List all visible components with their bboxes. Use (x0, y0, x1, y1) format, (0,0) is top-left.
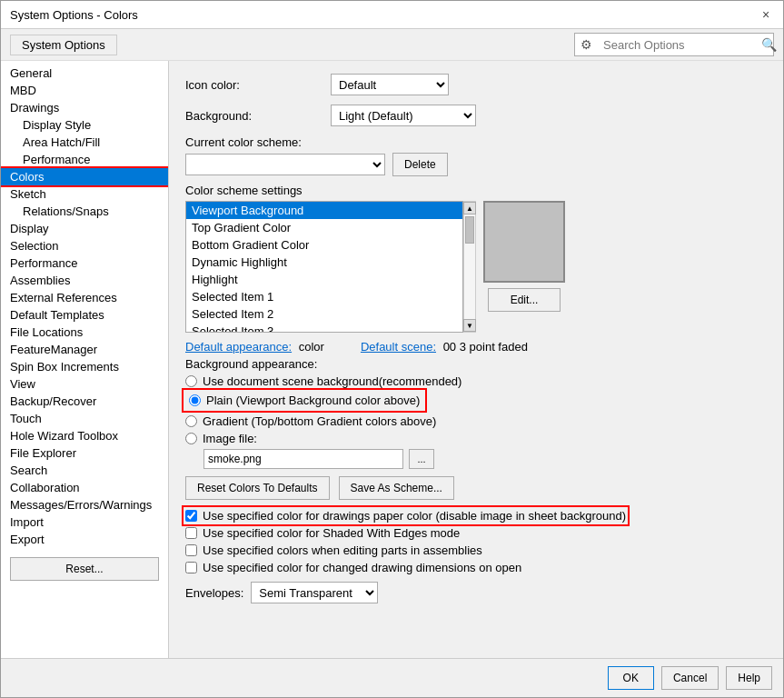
sidebar-item-area-hatch[interactable]: Area Hatch/Fill (1, 134, 168, 151)
sidebar-item-file-explorer[interactable]: File Explorer (1, 444, 168, 462)
color-list-item-selected1[interactable]: Selected Item 1 (186, 288, 462, 305)
title-bar: System Options - Colors × (1, 1, 783, 29)
color-list-with-scroll: Viewport Background Top Gradient Color B… (185, 201, 476, 333)
sidebar-item-mbd[interactable]: MBD (1, 82, 168, 99)
icon-color-select[interactable]: Default Dark Light (331, 74, 449, 95)
color-list-item-selected3[interactable]: Selected Item 3 (186, 323, 462, 333)
radio-label-image-file: Image file: (203, 432, 257, 445)
close-button[interactable]: × (758, 6, 774, 23)
envelopes-row: Envelopes: Semi Transparent Solid Wirefr… (185, 582, 767, 603)
cancel-button[interactable]: Cancel (661, 666, 719, 690)
checkbox-changed-dims-label: Use specified color for changed drawing … (203, 561, 521, 574)
sidebar-item-general[interactable]: General (1, 65, 168, 82)
search-area: ⚙ 🔍 (574, 33, 774, 56)
checkbox-drawings-paper[interactable] (185, 510, 197, 522)
radio-label-gradient: Gradient (Top/bottom Gradient colors abo… (203, 414, 436, 428)
color-list-item-top-gradient[interactable]: Top Gradient Color (186, 219, 462, 236)
checkbox-shaded-edges[interactable] (185, 527, 197, 539)
default-scene-link[interactable]: Default scene: (361, 340, 436, 354)
color-list-item-viewport[interactable]: Viewport Background (186, 202, 462, 219)
color-list-item-bottom-gradient[interactable]: Bottom Gradient Color (186, 236, 462, 254)
sidebar-item-relations-snaps[interactable]: Relations/Snaps (1, 203, 168, 220)
sidebar-item-messages-errors[interactable]: Messages/Errors/Warnings (1, 496, 168, 514)
sidebar-item-display[interactable]: Display (1, 220, 168, 237)
color-list-item-dynamic-highlight[interactable]: Dynamic Highlight (186, 254, 462, 271)
sidebar-item-sketch[interactable]: Sketch (1, 185, 168, 203)
checkbox-changed-dims[interactable] (185, 562, 197, 573)
ok-button[interactable]: OK (608, 666, 654, 690)
edit-color-button[interactable]: Edit... (488, 288, 561, 312)
sidebar-item-performance[interactable]: Performance (1, 254, 168, 272)
checkbox-editing-parts-label: Use specified colors when editing parts … (203, 543, 482, 557)
sidebar-item-display-style[interactable]: Display Style (1, 116, 168, 134)
current-scheme-row: Delete (185, 153, 767, 176)
icon-color-label: Icon color: (185, 78, 331, 92)
bottom-bar: OK Cancel Help (1, 658, 783, 697)
sidebar-item-spin-box[interactable]: Spin Box Increments (1, 358, 168, 375)
system-options-dialog: System Options - Colors × System Options… (0, 0, 784, 698)
checkbox-editing-parts[interactable] (185, 544, 197, 556)
radio-row-gradient: Gradient (Top/bottom Gradient colors abo… (185, 414, 767, 428)
radio-plain[interactable] (189, 394, 201, 406)
sidebar-item-featuremanager[interactable]: FeatureManager (1, 341, 168, 358)
sidebar-item-performance-drawings[interactable]: Performance (1, 151, 168, 168)
sidebar-item-assemblies[interactable]: Assemblies (1, 272, 168, 289)
default-appearance-label: Default appearance: color (185, 340, 324, 354)
scroll-track (464, 214, 475, 319)
content-area: General MBD Drawings Display Style Area … (1, 61, 783, 658)
sidebar-item-collaboration[interactable]: Collaboration (1, 479, 168, 496)
sidebar-reset-button[interactable]: Reset... (10, 557, 159, 581)
sidebar-item-touch[interactable]: Touch (1, 410, 168, 427)
sidebar-item-backup-recover[interactable]: Backup/Recover (1, 393, 168, 410)
appearance-info-row: Default appearance: color Default scene:… (185, 340, 767, 354)
color-list: Viewport Background Top Gradient Color B… (185, 201, 463, 333)
default-appearance-link[interactable]: Default appearance: (185, 340, 292, 354)
sidebar-item-hole-wizard[interactable]: Hole Wizard Toolbox (1, 427, 168, 444)
system-options-tab[interactable]: System Options (10, 35, 117, 55)
background-select[interactable]: Light (Default) Dark Custom (331, 105, 476, 126)
image-file-input[interactable] (203, 449, 403, 469)
sidebar-item-search[interactable]: Search (1, 462, 168, 479)
color-scheme-settings-label: Color scheme settings (185, 184, 767, 197)
search-icon: 🔍 (761, 37, 777, 52)
background-appearance-label: Background appearance: (185, 357, 767, 371)
sidebar: General MBD Drawings Display Style Area … (1, 61, 169, 658)
sidebar-item-drawings[interactable]: Drawings (1, 99, 168, 116)
radio-label-document-scene: Use document scene background(recommende… (203, 374, 461, 388)
radio-image-file[interactable] (185, 433, 197, 444)
color-scheme-row: Viewport Background Top Gradient Color B… (185, 201, 767, 333)
color-list-item-highlight[interactable]: Highlight (186, 271, 462, 288)
colors-panel: Icon color: Default Dark Light Backgroun… (169, 61, 783, 658)
help-button[interactable]: Help (726, 666, 772, 690)
current-scheme-label: Current color scheme: (185, 135, 767, 149)
envelopes-select[interactable]: Semi Transparent Solid Wireframe (251, 582, 378, 603)
radio-gradient[interactable] (185, 415, 197, 427)
sidebar-item-file-locations[interactable]: File Locations (1, 324, 168, 341)
sidebar-item-default-templates[interactable]: Default Templates (1, 306, 168, 324)
background-label: Background: (185, 109, 331, 123)
sidebar-item-external-refs[interactable]: External References (1, 289, 168, 306)
save-scheme-button[interactable]: Save As Scheme... (339, 476, 454, 500)
sidebar-item-selection[interactable]: Selection (1, 237, 168, 254)
icon-color-row: Icon color: Default Dark Light (185, 74, 767, 95)
current-scheme-select[interactable] (185, 154, 385, 175)
scroll-down-arrow[interactable]: ▼ (463, 319, 476, 332)
sidebar-item-export[interactable]: Export (1, 531, 168, 548)
search-input[interactable] (603, 38, 756, 52)
radio-document-scene[interactable] (185, 375, 197, 387)
sidebar-item-colors[interactable]: Colors (1, 168, 168, 185)
action-buttons-row: Reset Colors To Defaults Save As Scheme.… (185, 476, 767, 500)
reset-colors-button[interactable]: Reset Colors To Defaults (185, 476, 330, 500)
sidebar-item-view[interactable]: View (1, 375, 168, 393)
browse-button[interactable]: ... (409, 449, 434, 469)
scroll-thumb[interactable] (465, 216, 474, 244)
checkbox-drawings-paper-label: Use specified color for drawings paper c… (203, 509, 626, 523)
color-list-item-selected2[interactable]: Selected Item 2 (186, 305, 462, 323)
current-scheme-section: Current color scheme: Delete (185, 135, 767, 176)
sidebar-item-import[interactable]: Import (1, 514, 168, 531)
radio-row-image: Image file: (185, 432, 767, 445)
radio-row-plain: Plain (Viewport Background color above) (185, 392, 423, 409)
checkbox-editing-parts-row: Use specified colors when editing parts … (185, 543, 767, 557)
delete-scheme-button[interactable]: Delete (392, 153, 448, 176)
scroll-up-arrow[interactable]: ▲ (463, 202, 476, 214)
